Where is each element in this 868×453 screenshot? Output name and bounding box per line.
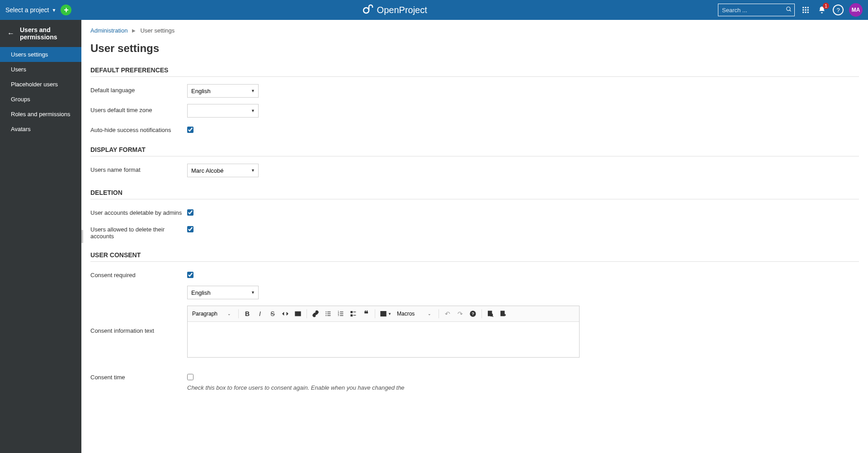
editor-paragraph-select[interactable]: Paragraph [189,308,233,319]
code-block-button[interactable] [292,308,304,320]
brand-name: OpenProject [377,5,427,15]
code-inline-button[interactable] [279,308,291,320]
notification-badge: 1 [823,3,829,9]
default-language-label: Default language [90,84,187,94]
rich-text-editor: Paragraph ⌄ B I S 123 [187,306,580,358]
help-button[interactable]: ? [833,5,844,15]
quote-button[interactable]: ❝ [360,308,372,320]
svg-point-1 [787,7,790,10]
sidebar-item-groups[interactable]: Groups [0,92,81,107]
row-timezone: Users default time zone ▼ [90,104,859,118]
svg-rect-5 [807,7,809,8]
undo-button[interactable]: ↶ [442,308,453,320]
consent-lang-select[interactable]: English [187,286,259,299]
main-content: Administration ▶ User settings User sett… [81,20,868,453]
row-name-format: Users name format Marc Alcobé ▼ [90,164,859,177]
editor-textarea[interactable] [188,322,579,357]
timezone-select[interactable] [187,104,259,118]
section-default-prefs: DEFAULT PREFERENCES [90,66,859,77]
sidebar-resize-handle[interactable] [81,230,83,243]
italic-button[interactable]: I [254,308,266,320]
bullet-list-button[interactable] [322,308,334,320]
deletable-admins-checkbox[interactable] [187,209,193,216]
number-list-button[interactable]: 123 [335,308,347,320]
preview-button[interactable] [485,308,496,320]
modules-button[interactable] [800,5,811,15]
default-language-select[interactable]: English [187,84,259,98]
search-input[interactable] [718,4,795,16]
task-list-button[interactable] [348,308,359,320]
svg-rect-9 [802,12,804,13]
row-autohide: Auto-hide success notifications [90,124,859,134]
section-display-format: DISPLAY FORMAT [90,146,859,156]
header-left: Select a project ▼ + [5,5,71,15]
bold-button[interactable]: B [241,308,253,320]
table-button[interactable]: ▼ [378,308,393,320]
svg-rect-16 [327,313,330,314]
toolbar-separator [238,309,239,318]
link-button[interactable] [310,308,321,320]
svg-point-36 [490,314,492,316]
project-selector[interactable]: Select a project ▼ [5,6,56,14]
row-consent-required: Consent required [90,269,859,279]
sidebar-item-users-settings[interactable]: Users settings [0,47,81,62]
svg-rect-11 [807,12,809,13]
toolbar-separator [439,309,439,318]
consent-time-checkbox[interactable] [187,374,193,380]
name-format-label: Users name format [90,164,187,173]
redo-button[interactable]: ↷ [454,308,466,320]
project-selector-label: Select a project [5,6,49,14]
top-header: Select a project ▼ + OpenProject 1 ? MA [0,0,868,20]
editor-toolbar: Paragraph ⌄ B I S 123 [188,306,579,322]
row-users-delete: Users allowed to delete their accounts [90,223,859,240]
plus-icon: + [64,5,69,15]
svg-point-17 [326,315,326,316]
svg-rect-24 [340,315,343,316]
search-icon [786,6,792,14]
consent-info-label: Consent information text [90,306,187,334]
source-button[interactable] [497,308,509,320]
section-user-consent: USER CONSENT [90,251,859,262]
users-delete-label: Users allowed to delete their accounts [90,223,187,240]
consent-time-label: Consent time [90,371,187,381]
autohide-label: Auto-hide success notifications [90,124,187,133]
sidebar: ← Users and permissions Users settings U… [0,20,81,453]
svg-point-0 [363,8,369,13]
users-delete-checkbox[interactable] [187,226,193,232]
sidebar-item-avatars[interactable]: Avatars [0,122,81,137]
breadcrumb: Administration ▶ User settings [90,27,859,34]
editor-macros-select[interactable]: Macros [394,308,433,319]
sidebar-item-roles[interactable]: Roles and permissions [0,107,81,122]
consent-required-checkbox[interactable] [187,272,193,278]
svg-rect-29 [381,311,386,316]
svg-rect-27 [351,315,352,316]
breadcrumb-root[interactable]: Administration [90,27,127,34]
add-button[interactable]: + [61,5,71,15]
deletable-admins-label: User accounts deletable by admins [90,207,187,216]
svg-rect-18 [327,315,330,316]
consent-time-help: Check this box to force users to consent… [187,384,405,391]
sidebar-title: Users and permissions [20,26,74,41]
autohide-checkbox[interactable] [187,127,193,133]
name-format-select[interactable]: Marc Alcobé [187,164,259,177]
strike-button[interactable]: S [267,308,278,320]
svg-text:?: ? [472,311,474,316]
editor-help-button[interactable]: ? [467,308,479,320]
avatar[interactable]: MA [849,3,863,17]
svg-rect-8 [807,9,809,11]
toolbar-separator [481,309,482,318]
sidebar-item-placeholder-users[interactable]: Placeholder users [0,77,81,92]
chevron-down-icon: ▼ [52,8,57,13]
svg-rect-3 [802,7,804,8]
notifications-button[interactable]: 1 [816,5,827,15]
svg-rect-6 [802,9,804,11]
back-arrow-icon[interactable]: ← [7,29,14,38]
svg-line-37 [492,316,493,317]
sidebar-item-users[interactable]: Users [0,62,81,77]
svg-rect-7 [805,9,807,11]
consent-required-label: Consent required [90,269,187,278]
svg-point-13 [326,311,326,312]
toolbar-separator [307,309,307,318]
row-consent-lang: English ▼ [90,286,859,299]
toolbar-separator [375,309,375,318]
